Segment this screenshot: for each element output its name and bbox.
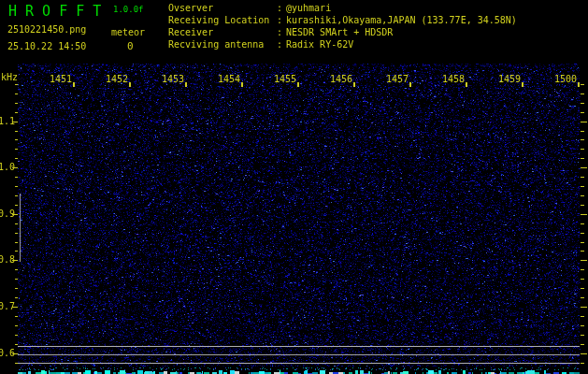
freq-axis-label: 0.7 xyxy=(0,301,15,312)
spectrogram-canvas xyxy=(0,0,588,374)
station-info-label: Ovserver xyxy=(168,2,277,14)
station-info-label: Recviving antenna xyxy=(168,38,277,50)
freq-axis-label: 0.8 xyxy=(0,254,15,266)
freq-axis-label: 0.9 xyxy=(0,209,15,220)
time-axis-label: 1458 xyxy=(442,74,465,84)
station-info-row: Ovserver:@yuhmari xyxy=(168,2,517,14)
station-info-row: Receiving Location:kurashiki,Okayama,JAP… xyxy=(168,14,517,26)
freq-axis-label: 1.1 xyxy=(0,116,15,127)
meteor-counter-label: meteor xyxy=(111,27,145,37)
station-info-value: kurashiki,Okayama,JAPAN (133.77E, 34.58N… xyxy=(286,15,517,25)
station-info-colon: : xyxy=(277,2,286,14)
freq-axis-label: 0.6 xyxy=(0,348,15,359)
time-axis-label: 1459 xyxy=(498,74,521,84)
time-axis-label: 1451 xyxy=(50,74,72,84)
station-info-colon: : xyxy=(277,38,286,50)
station-info-label: Receiver xyxy=(168,26,277,38)
time-axis-label: 1455 xyxy=(274,74,296,84)
station-info-colon: : xyxy=(277,14,286,26)
station-info-row: Recviving antenna:Radix RY-62V xyxy=(168,38,517,50)
station-info-value: NESDR SMArt + HDSDR xyxy=(286,27,393,37)
station-info-colon: : xyxy=(277,26,286,38)
station-info-value: @yuhmari xyxy=(286,3,331,13)
station-info-value: Radix RY-62V xyxy=(286,39,353,50)
time-axis-label: 1453 xyxy=(162,74,184,84)
app-version: 1.0.0f xyxy=(113,5,144,14)
observation-datetime: 25.10.22 14:50 xyxy=(7,41,86,51)
station-info-row: Receiver:NESDR SMArt + HDSDR xyxy=(168,26,517,38)
time-axis-label: 1454 xyxy=(218,74,240,84)
hrofft-window: H R O F F T 1.0.0f 2510221450.png meteor… xyxy=(0,0,588,374)
station-info-label: Receiving Location xyxy=(168,14,277,26)
station-info: Ovserver:@yuhmariReceiving Location:kura… xyxy=(168,2,517,50)
output-filename: 2510221450.png xyxy=(7,24,86,35)
time-axis-label: 1456 xyxy=(330,74,352,84)
time-axis-label: 1452 xyxy=(106,74,128,84)
time-axis-label: 1500 xyxy=(554,74,577,84)
meteor-counter-value: 0 xyxy=(127,40,134,52)
freq-axis-unit: kHz xyxy=(1,72,18,82)
freq-axis-label: 1.0 xyxy=(0,162,15,173)
app-title: H R O F F T xyxy=(8,3,101,20)
time-axis-label: 1457 xyxy=(386,74,409,84)
